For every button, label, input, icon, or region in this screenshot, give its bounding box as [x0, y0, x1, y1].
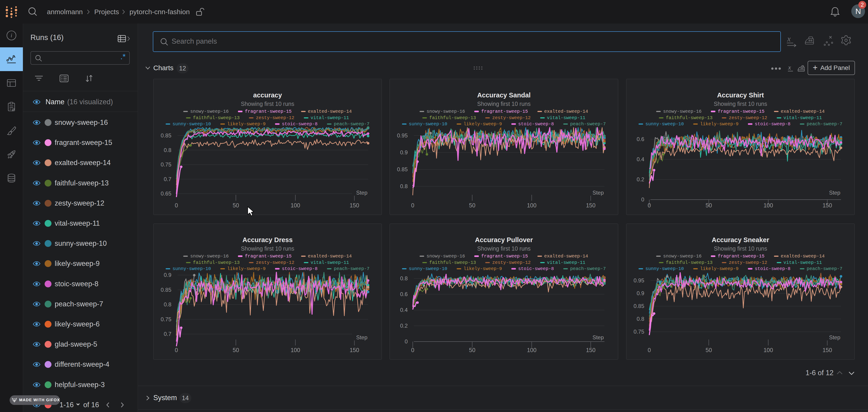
- svg-text:0: 0: [175, 202, 178, 209]
- svg-text:0.95: 0.95: [397, 132, 408, 138]
- svg-text:i: i: [11, 32, 12, 38]
- svg-text:150: 150: [823, 347, 832, 353]
- svg-text:x: x: [787, 35, 791, 43]
- svg-text:150: 150: [349, 202, 359, 209]
- svg-text:0.9: 0.9: [400, 149, 408, 156]
- svg-text:0.8: 0.8: [164, 302, 172, 308]
- svg-text:0.7: 0.7: [164, 176, 172, 182]
- svg-text:0: 0: [648, 202, 651, 209]
- svg-text:100: 100: [290, 202, 300, 209]
- svg-text:0.4: 0.4: [637, 156, 644, 162]
- svg-text:0.4: 0.4: [400, 307, 408, 313]
- svg-text:150: 150: [349, 347, 359, 353]
- svg-text:100: 100: [527, 347, 536, 353]
- svg-text:0.95: 0.95: [633, 277, 644, 284]
- svg-text:0.75: 0.75: [633, 328, 644, 335]
- svg-text:50: 50: [233, 347, 239, 353]
- svg-text:0.7: 0.7: [164, 331, 172, 337]
- svg-text:50: 50: [706, 202, 712, 209]
- svg-text:Step: Step: [356, 334, 367, 341]
- svg-text:0: 0: [641, 196, 644, 202]
- svg-text:Step: Step: [593, 190, 604, 196]
- svg-text:0.9: 0.9: [164, 272, 172, 278]
- svg-text:50: 50: [469, 347, 475, 353]
- svg-text:50: 50: [469, 202, 475, 209]
- svg-text:0.8: 0.8: [400, 275, 408, 281]
- svg-text:50: 50: [233, 202, 239, 209]
- svg-text:0.9: 0.9: [637, 290, 644, 296]
- svg-text:100: 100: [764, 202, 773, 209]
- svg-text:150: 150: [586, 347, 595, 353]
- svg-text:Step: Step: [829, 190, 840, 196]
- svg-text:x: x: [788, 64, 791, 71]
- svg-text:0.8: 0.8: [637, 316, 644, 322]
- svg-text:100: 100: [764, 347, 773, 353]
- svg-text:0.75: 0.75: [161, 316, 172, 322]
- svg-text:0: 0: [411, 202, 414, 209]
- svg-text:Step: Step: [593, 334, 604, 341]
- svg-text:0.85: 0.85: [161, 132, 172, 138]
- svg-text:100: 100: [527, 202, 536, 209]
- svg-text:0.85: 0.85: [397, 166, 408, 172]
- svg-text:0.8: 0.8: [400, 183, 408, 189]
- svg-text:0.85: 0.85: [161, 287, 172, 293]
- svg-text:0.85: 0.85: [633, 303, 644, 309]
- svg-text:0.2: 0.2: [637, 176, 644, 183]
- svg-text:0: 0: [648, 347, 651, 353]
- svg-text:50: 50: [706, 347, 712, 353]
- svg-text:0: 0: [411, 347, 414, 353]
- svg-text:0.8: 0.8: [164, 147, 172, 153]
- svg-text:0.6: 0.6: [400, 291, 408, 297]
- svg-text:150: 150: [586, 202, 595, 209]
- svg-text:0.75: 0.75: [161, 161, 172, 167]
- svg-text:0: 0: [405, 338, 408, 345]
- svg-text:Step: Step: [829, 334, 840, 341]
- svg-text:0: 0: [175, 347, 178, 353]
- svg-text:0.2: 0.2: [400, 323, 408, 329]
- svg-text:100: 100: [290, 347, 300, 353]
- svg-text:0.65: 0.65: [161, 190, 172, 197]
- svg-text:0.6: 0.6: [637, 136, 644, 142]
- svg-text:Step: Step: [356, 190, 367, 196]
- svg-text:150: 150: [823, 202, 832, 209]
